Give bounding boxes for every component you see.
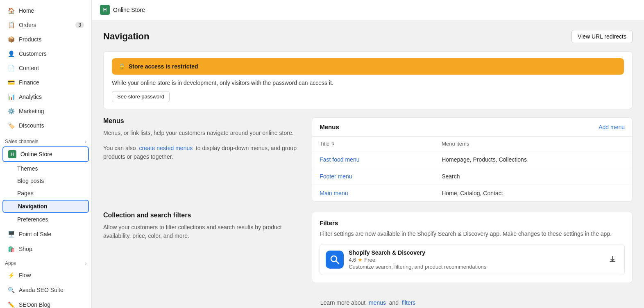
filters-learn-link[interactable]: filters (402, 299, 415, 306)
page-title: Navigation (103, 31, 149, 42)
view-url-redirects-button[interactable]: View URL redirects (571, 30, 633, 43)
download-app-button[interactable] (606, 253, 619, 267)
analytics-icon: 📊 (7, 93, 15, 100)
home-icon: 🏠 (7, 7, 15, 14)
sidebar-item-seoon-label: SEOon Blog (19, 301, 50, 308)
menus-section: Menus Menus, or link lists, help your cu… (103, 117, 633, 202)
apps-label: Apps (5, 260, 16, 266)
shopify-search-app-item: Shopify Search & Discovery 4.6 ★ Free Cu… (320, 244, 625, 275)
add-menu-button[interactable]: Add menu (599, 124, 625, 130)
sidebar-item-discounts-label: Discounts (19, 122, 44, 129)
see-store-password-button[interactable]: See store password (112, 91, 170, 102)
table-row: Main menu Home, Catalog, Contact (312, 185, 632, 201)
sidebar-item-content-label: Content (19, 65, 39, 71)
shop-icon: 🛍️ (7, 245, 15, 253)
topbar: H Online Store (92, 0, 644, 20)
shopify-search-app-icon (326, 251, 344, 269)
orders-icon: 📋 (7, 21, 15, 29)
sidebar-item-marketing-label: Marketing (19, 108, 44, 114)
footer-menu-link[interactable]: Footer menu (320, 173, 352, 180)
sales-channels-chevron: › (85, 139, 86, 144)
collection-filters-description: Collection and search filters Allow your… (103, 212, 304, 283)
svg-line-1 (336, 261, 339, 264)
sidebar-item-analytics[interactable]: 📊 Analytics (2, 90, 89, 104)
products-icon: 📦 (7, 36, 15, 43)
menus-card-title: Menus (320, 123, 339, 130)
sidebar-item-marketing[interactable]: ⚙️ Marketing (2, 104, 89, 118)
point-of-sale-icon: 🖥️ (7, 230, 15, 238)
main-menu-items: Home, Catalog, Contact (442, 190, 625, 196)
main-content: H Online Store Navigation View URL redir… (92, 0, 644, 308)
flow-icon: ⚡ (7, 271, 15, 279)
apps-header[interactable]: Apps › (0, 256, 91, 268)
sidebar-item-customers[interactable]: 👤 Customers (2, 47, 89, 61)
sidebar-item-shop[interactable]: 🛍️ Shop (2, 242, 89, 256)
sidebar-item-point-of-sale[interactable]: 🖥️ Point of Sale (2, 227, 89, 241)
menus-table-header: Title ⇅ Menu items (312, 137, 632, 151)
sidebar-item-flow-label: Flow (19, 272, 31, 278)
sidebar-item-products[interactable]: 📦 Products (2, 32, 89, 46)
avada-seo-icon: 🔍 (7, 286, 15, 294)
topbar-store-name: Online Store (113, 7, 145, 13)
menus-desc-p2: You can also create nested menus to disp… (103, 144, 304, 161)
star-icon: ★ (358, 257, 363, 263)
lock-icon: 🔒 (118, 63, 125, 70)
content-icon: 📄 (7, 64, 15, 72)
sidebar-subitem-navigation[interactable]: Navigation (2, 200, 89, 213)
create-nested-menus-link[interactable]: create nested menus (139, 145, 193, 151)
sidebar-item-finance-label: Finance (19, 79, 39, 86)
menus-desc-p1: Menus, or link lists, help your customer… (103, 129, 304, 137)
app-info: Shopify Search & Discovery 4.6 ★ Free Cu… (349, 249, 601, 270)
menus-description: Menus Menus, or link lists, help your cu… (103, 117, 304, 202)
page-content-area: Navigation View URL redirects 🔒 Store ac… (92, 20, 644, 308)
finance-icon: 💳 (7, 79, 15, 86)
sidebar-item-discounts[interactable]: 🏷️ Discounts (2, 119, 89, 132)
sidebar-item-products-label: Products (19, 36, 41, 43)
sidebar-item-pos-label: Point of Sale (19, 231, 51, 237)
discounts-icon: 🏷️ (7, 122, 15, 129)
search-discovery-svg (329, 254, 340, 265)
filters-card: Filters Filter settings are now availabl… (312, 212, 633, 283)
bottom-note: Learn more about menus and filters (103, 293, 633, 308)
fast-food-menu-link[interactable]: Fast food menu (320, 156, 359, 163)
store-access-card: 🔒 Store access is restricted While your … (103, 51, 633, 109)
sidebar-item-home-label: Home (19, 7, 34, 14)
sidebar-item-online-store[interactable]: H Online Store (2, 146, 89, 162)
marketing-icon: ⚙️ (7, 107, 15, 115)
apps-chevron: › (85, 261, 86, 266)
sort-icon: ⇅ (331, 141, 334, 146)
fast-food-menu-title: Fast food menu (320, 156, 442, 163)
sidebar-subitem-pages[interactable]: Pages (2, 187, 89, 199)
sidebar-item-finance[interactable]: 💳 Finance (2, 75, 89, 89)
sidebar-item-orders[interactable]: 📋 Orders 3 (2, 18, 89, 32)
collection-section-desc: Allow your customers to filter collectio… (103, 223, 304, 240)
sidebar-item-flow[interactable]: ⚡ Flow (2, 268, 89, 282)
alert-description: While your online store is in developmen… (112, 80, 624, 86)
main-menu-title: Main menu (320, 190, 442, 196)
sidebar-item-online-store-label: Online Store (20, 151, 52, 157)
app-name: Shopify Search & Discovery (349, 249, 601, 256)
sidebar-subitem-themes[interactable]: Themes (2, 163, 89, 174)
table-row: Fast food menu Homepage, Products, Colle… (312, 151, 632, 168)
filters-card-description: Filter settings are now available in the… (320, 230, 625, 238)
sidebar: 🏠 Home 📋 Orders 3 📦 Products 👤 Customers… (0, 0, 92, 308)
filters-section: Collection and search filters Allow your… (103, 212, 633, 283)
sales-channels-header[interactable]: Sales channels › (0, 135, 91, 146)
sidebar-subitem-blog-posts[interactable]: Blog posts (2, 175, 89, 187)
sidebar-item-orders-label: Orders (19, 22, 36, 28)
sidebar-item-home[interactable]: 🏠 Home (2, 4, 89, 18)
sidebar-item-avada-seo[interactable]: 🔍 Avada SEO Suite (2, 283, 89, 297)
alert-banner-title: Store access is restricted (129, 63, 198, 70)
main-menu-link[interactable]: Main menu (320, 190, 348, 196)
col-title-header: Title ⇅ (320, 141, 442, 147)
sidebar-item-seoon-blog[interactable]: ✏️ SEOon Blog (2, 298, 89, 308)
fast-food-menu-items: Homepage, Products, Collections (442, 156, 625, 163)
menus-learn-link[interactable]: menus (369, 299, 386, 306)
sidebar-item-customers-label: Customers (19, 50, 47, 57)
menus-card: Menus Add menu Title ⇅ Menu items Fast f… (312, 117, 633, 202)
app-rating: 4.6 ★ Free (349, 257, 601, 263)
sidebar-subitem-preferences[interactable]: Preferences (2, 214, 89, 225)
alert-banner: 🔒 Store access is restricted (112, 58, 624, 75)
orders-badge: 3 (75, 22, 84, 28)
sidebar-item-content[interactable]: 📄 Content (2, 61, 89, 75)
